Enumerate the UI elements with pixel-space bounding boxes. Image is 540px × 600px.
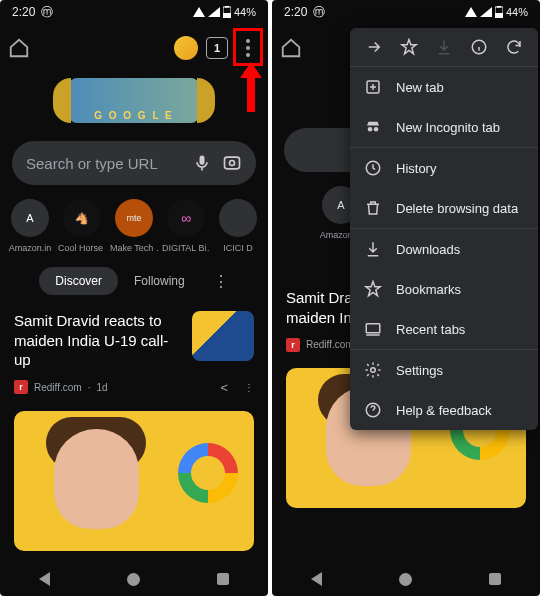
clock: 2:20 (12, 5, 35, 19)
nav-home-icon[interactable] (127, 573, 140, 586)
status-bar: 2:20 ⓜ 44% (0, 0, 268, 24)
article-more-icon[interactable]: ⋮ (244, 382, 254, 393)
article-card[interactable]: Samit Dravid reacts tomaiden India U-19 … (0, 305, 268, 376)
menu-incognito[interactable]: New Incognito tab (350, 107, 538, 147)
article-thumbnail (192, 311, 254, 361)
forward-icon[interactable] (365, 38, 383, 56)
wifi-icon (465, 7, 477, 17)
gear-icon (364, 361, 382, 379)
clock: 2:20 (284, 5, 307, 19)
menu-downloads[interactable]: Downloads (350, 229, 538, 269)
signal-icon (480, 7, 492, 17)
annotation-arrow-up (240, 62, 262, 112)
menu-help[interactable]: Help & feedback (350, 390, 538, 430)
system-nav-bar (272, 562, 540, 596)
svg-rect-2 (225, 6, 229, 8)
svg-rect-14 (366, 324, 380, 333)
m-icon: ⓜ (41, 4, 53, 21)
search-bar[interactable]: Search or type URL (12, 141, 256, 185)
lens-icon[interactable] (222, 153, 242, 173)
tab-discover[interactable]: Discover (39, 267, 118, 295)
tab-count[interactable]: 1 (206, 37, 228, 59)
nav-recent-icon[interactable] (217, 573, 229, 585)
article-image[interactable] (14, 411, 254, 551)
svg-point-15 (371, 368, 376, 373)
shortcut-item[interactable]: 🐴Cool Horse … (58, 199, 106, 253)
menu-settings[interactable]: Settings (350, 350, 538, 390)
share-icon[interactable]: < (220, 380, 228, 395)
menu-recent-tabs[interactable]: Recent tabs (350, 309, 538, 349)
browser-toolbar: 1 (0, 24, 268, 72)
svg-rect-1 (223, 13, 231, 18)
menu-delete-data[interactable]: Delete browsing data (350, 188, 538, 228)
source-icon: r (14, 380, 28, 394)
nav-home-icon[interactable] (399, 573, 412, 586)
home-icon[interactable] (280, 37, 302, 59)
google-doodle[interactable]: G O O G L E (0, 72, 268, 133)
battery-pct: 44% (234, 6, 256, 18)
home-icon[interactable] (8, 37, 30, 59)
overflow-menu: New tab New Incognito tab History Delete… (350, 28, 538, 430)
system-nav-bar (0, 562, 268, 596)
mic-icon[interactable] (192, 153, 212, 173)
svg-rect-8 (497, 6, 501, 8)
wifi-icon (193, 7, 205, 17)
menu-history[interactable]: History (350, 148, 538, 188)
shortcut-item[interactable]: mteMake Tech … (110, 199, 158, 253)
feed-tabs: Discover Following ⋮ (0, 267, 268, 295)
signal-icon (208, 7, 220, 17)
article-meta: r Rediff.com·1d < ⋮ (0, 376, 268, 405)
svg-rect-3 (200, 156, 205, 165)
shortcut-item[interactable]: ICICI D (214, 199, 262, 253)
profile-avatar[interactable] (174, 36, 198, 60)
search-placeholder: Search or type URL (26, 155, 182, 172)
menu-new-tab[interactable]: New tab (350, 67, 538, 107)
nav-recent-icon[interactable] (489, 573, 501, 585)
svg-point-12 (374, 127, 379, 132)
source-icon: r (286, 338, 300, 352)
svg-point-11 (368, 127, 373, 132)
battery-icon (223, 6, 231, 18)
star-icon[interactable] (400, 38, 418, 56)
shortcut-item[interactable]: ∞DIGITAL Bi… (162, 199, 210, 253)
tab-following[interactable]: Following (118, 267, 201, 295)
download-icon (435, 38, 453, 56)
annotation-highlight-box (233, 28, 263, 66)
shortcut-grid: AAmazon.in 🐴Cool Horse … mteMake Tech … … (4, 199, 264, 253)
status-bar: 2:20 ⓜ 44% (272, 0, 540, 24)
shortcut-item[interactable]: AAmazon.in (6, 199, 54, 253)
m-icon: ⓜ (313, 4, 325, 21)
more-menu-button[interactable] (236, 32, 260, 64)
menu-bookmarks[interactable]: Bookmarks (350, 269, 538, 309)
info-icon[interactable] (470, 38, 488, 56)
svg-rect-4 (225, 157, 240, 169)
svg-rect-7 (495, 13, 503, 18)
battery-icon (495, 6, 503, 18)
refresh-icon[interactable] (505, 38, 523, 56)
svg-point-5 (230, 161, 235, 166)
nav-back-icon[interactable] (39, 572, 50, 586)
battery-pct: 44% (506, 6, 528, 18)
nav-back-icon[interactable] (311, 572, 322, 586)
feed-options-icon[interactable]: ⋮ (213, 272, 229, 291)
